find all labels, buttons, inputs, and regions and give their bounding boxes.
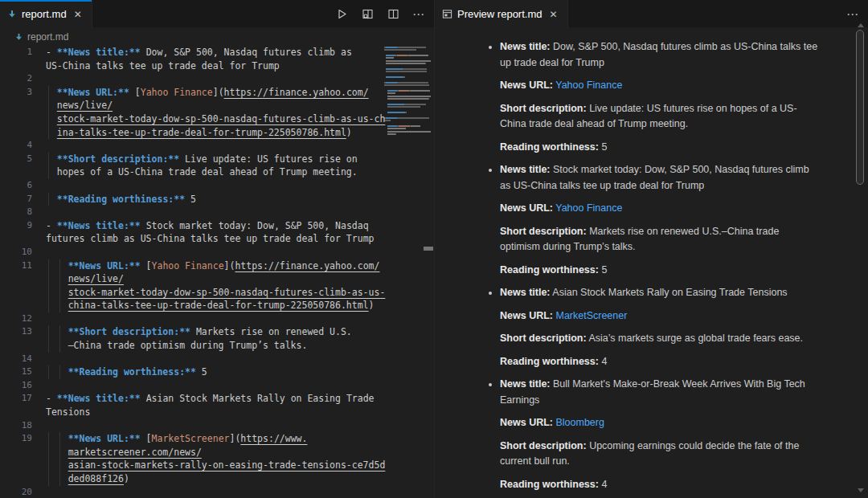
editor-row[interactable]: 13**Short description:** Markets rise on… [0, 325, 434, 339]
line-number[interactable]: 13 [0, 325, 46, 339]
line-number[interactable] [0, 59, 46, 73]
line-number[interactable] [0, 112, 46, 126]
line-number[interactable] [0, 165, 46, 179]
editor-row[interactable]: 5**Short description:** Live update: US … [0, 153, 434, 166]
line-number[interactable] [0, 232, 46, 246]
editor-row[interactable]: Tensions [0, 406, 434, 419]
editor-row[interactable]: news/live/ [0, 99, 434, 112]
close-icon[interactable]: ✕ [547, 9, 559, 20]
line-number[interactable]: 6 [0, 179, 46, 193]
field-label: Short description: [500, 103, 587, 114]
editor-row[interactable]: 1- **News title:** Dow, S&P 500, Nasdaq … [0, 46, 434, 59]
line-number[interactable] [0, 472, 46, 486]
more-actions-button[interactable]: ⋯ [410, 6, 428, 23]
tab-preview-report-md[interactable]: Preview report.md ✕ [435, 0, 568, 28]
editor-row[interactable]: 7**Reading worthiness:** 5 [0, 193, 434, 206]
editor-row[interactable]: 17- **News title:** Asian Stock Markets … [0, 392, 434, 406]
line-number[interactable]: 16 [0, 379, 46, 393]
line-number[interactable] [0, 459, 46, 472]
editor-row[interactable]: 4 [0, 139, 434, 153]
editor-row[interactable]: 12 [0, 312, 434, 326]
editor-row[interactable]: 3**News URL:** [Yahoo Finance](https://f… [0, 86, 434, 100]
editor-row[interactable]: ina-talks-tee-up-trade-deal-for-trump-22… [0, 126, 434, 140]
code-line: **Short description:** Live update: US f… [46, 153, 358, 166]
code-line: US-China talks tee up trade deal for Tru… [46, 59, 280, 73]
line-number[interactable]: 8 [0, 206, 46, 219]
line-number[interactable]: 2 [0, 72, 46, 86]
line-number[interactable] [0, 406, 46, 419]
editor-actions-left: ⋯ [333, 0, 428, 28]
line-number[interactable]: 17 [0, 392, 46, 406]
line-number[interactable]: 15 [0, 365, 46, 379]
line-number[interactable]: 18 [0, 419, 46, 433]
editor-row[interactable]: 10 [0, 246, 434, 259]
editor-row[interactable]: 14 [0, 353, 434, 366]
editor-row[interactable]: 18 [0, 419, 434, 433]
editor-row[interactable]: ded088f126) [0, 472, 434, 486]
line-number[interactable]: 5 [0, 153, 46, 166]
more-actions-button[interactable]: ⋯ [844, 6, 862, 23]
news-source-link[interactable]: Yahoo Finance [555, 80, 622, 91]
line-number[interactable] [0, 299, 46, 312]
scrollbar-thumb[interactable] [856, 30, 864, 185]
line-number[interactable]: 14 [0, 353, 46, 366]
editor-row[interactable]: –China trade optimism during Trump’s tal… [0, 339, 434, 353]
line-number[interactable] [0, 339, 46, 353]
editor-row[interactable]: stock-market-today-dow-sp-500-nasdaq-fut… [0, 112, 434, 126]
news-url: News URL: Yahoo Finance [500, 201, 820, 217]
line-number[interactable]: 7 [0, 193, 46, 206]
editor-row[interactable]: 9- **News title:** Stock market today: D… [0, 219, 434, 233]
editor-row[interactable]: 8 [0, 206, 434, 219]
editor-row[interactable]: 15**Reading worthiness:** 5 [0, 365, 434, 379]
line-number[interactable]: 3 [0, 86, 46, 100]
line-number[interactable]: 1 [0, 46, 46, 59]
editor-row[interactable]: china-talks-tee-up-trade-deal-for-trump-… [0, 299, 434, 312]
line-number[interactable] [0, 126, 46, 140]
markdown-preview[interactable]: News title: Dow, S&P 500, Nasdaq futures… [435, 28, 868, 498]
editor-row[interactable]: news/live/ [0, 272, 434, 286]
line-number[interactable] [0, 286, 46, 300]
field-label: News URL: [500, 310, 553, 321]
code-line: stock-market-today-dow-sp-500-nasdaq-fut… [46, 112, 385, 126]
editor-row[interactable]: stock-market-today-dow-sp-500-nasdaq-fut… [0, 286, 434, 300]
field-label: News title: [500, 287, 551, 298]
run-button[interactable] [333, 6, 350, 23]
line-number[interactable]: 19 [0, 432, 46, 446]
open-preview-side-button[interactable] [358, 6, 376, 23]
close-icon[interactable]: ✕ [72, 9, 84, 20]
editor-row[interactable]: marketscreener.com/news/ [0, 446, 434, 459]
editor[interactable]: 1- **News title:** Dow, S&P 500, Nasdaq … [0, 46, 434, 498]
minimap[interactable] [384, 46, 432, 496]
news-source-link[interactable]: MarketScreener [555, 310, 627, 321]
line-number[interactable]: 10 [0, 246, 46, 259]
line-number[interactable] [0, 446, 46, 459]
split-editor-button[interactable] [384, 6, 402, 23]
editor-row[interactable]: 11**News URL:** [Yahoo Finance](https://… [0, 259, 434, 273]
line-number[interactable] [0, 272, 46, 286]
line-number[interactable] [0, 99, 46, 112]
editor-row[interactable]: asian-stock-markets-rally-on-easing-trad… [0, 459, 434, 472]
news-source-link[interactable]: Bloomberg [555, 417, 604, 428]
editor-row[interactable]: hopes of a US-China trade deal ahead of … [0, 165, 434, 179]
line-number[interactable]: 12 [0, 312, 46, 326]
editor-row[interactable]: 19**News URL:** [MarketScreener](https:/… [0, 432, 434, 446]
editor-row[interactable]: 2 [0, 72, 434, 86]
line-number[interactable]: 4 [0, 139, 46, 153]
field-label: News URL: [500, 202, 553, 214]
news-title: News title: Dow, S&P 500, Nasdaq futures… [500, 39, 820, 71]
editor-row[interactable]: 20 [0, 486, 434, 498]
editor-row[interactable]: 6 [0, 179, 434, 193]
editor-row[interactable]: 16 [0, 379, 434, 393]
news-description: Short description: Live update: US futur… [500, 101, 820, 133]
news-source-link[interactable]: Yahoo Finance [555, 202, 622, 214]
line-number[interactable]: 9 [0, 219, 46, 233]
breadcrumb[interactable]: report.md [0, 28, 434, 46]
scroll-up-arrow[interactable] [858, 23, 864, 27]
scroll-down-arrow[interactable] [858, 488, 864, 492]
editor-row[interactable]: US-China talks tee up trade deal for Tru… [0, 59, 434, 73]
tab-label: report.md [22, 8, 67, 20]
line-number[interactable]: 20 [0, 486, 46, 498]
editor-row[interactable]: futures climb as US-China talks tee up t… [0, 232, 434, 246]
line-number[interactable]: 11 [0, 259, 46, 273]
tab-report-md[interactable]: report.md ✕ [0, 0, 92, 28]
